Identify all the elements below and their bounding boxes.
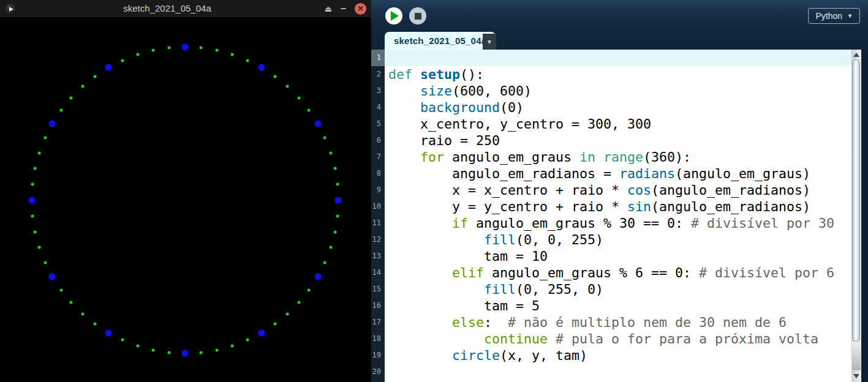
sketch-dot-green <box>38 246 41 249</box>
sketch-output-window: sketch_2021_05_04a ⏏ – ✕ <box>0 0 371 382</box>
code-token: : <box>484 315 508 330</box>
code-token <box>388 315 452 330</box>
code-line[interactable]: tam = 10 <box>385 248 851 264</box>
code-line[interactable]: else: # não é multiplo nem de 30 nem de … <box>385 314 851 331</box>
code-line[interactable]: circle(x, y, tam) <box>385 347 851 364</box>
code-token: circle <box>452 348 500 363</box>
code-line[interactable]: x = x_centro + raio * cos(angulo_em_radi… <box>385 182 851 198</box>
line-number: 6 <box>371 132 385 149</box>
sketch-dot-green <box>200 47 203 50</box>
sketch-dot-green <box>43 137 47 140</box>
sketch-dot-blue <box>49 274 56 280</box>
code-token: x_centro, y_centro = 300, 300 <box>388 116 651 132</box>
code-token: def <box>388 67 420 82</box>
code-token: (360): <box>643 149 691 165</box>
code-token <box>388 232 484 247</box>
line-number: 10 <box>371 198 385 215</box>
code-line[interactable]: continue # pula o for para a próxima vol… <box>385 331 851 347</box>
code-token: setup <box>420 67 460 82</box>
code-line[interactable]: raio = 250 <box>385 132 851 149</box>
scrollbar-thumb[interactable] <box>852 59 860 342</box>
code-line[interactable]: angulo_em_radianos = radians(angulo_em_g… <box>385 165 851 182</box>
sketch-dot-blue <box>314 274 321 280</box>
line-number: 15 <box>371 281 385 298</box>
sketch-dot-blue <box>259 329 265 336</box>
sketch-dot-green <box>297 301 300 304</box>
code-token <box>388 282 484 297</box>
code-token: angulo_em_graus % 30 == 0: <box>468 215 691 231</box>
sketch-dot-green <box>323 261 326 264</box>
line-number: 14 <box>371 264 385 281</box>
code-token: size <box>420 83 452 99</box>
sketch-dot-green <box>286 85 289 88</box>
editor-scrollbar <box>851 50 861 382</box>
sketch-dot-green <box>308 288 311 291</box>
sketch-dot-green <box>246 59 249 62</box>
code-token: tam = 10 <box>388 249 548 264</box>
arrow-down-icon <box>853 374 859 378</box>
tab-sketch[interactable]: sketch_2021_05_04a <box>385 32 496 50</box>
code-token <box>388 83 420 99</box>
scrollbar-track[interactable] <box>852 342 861 370</box>
maximize-icon[interactable]: ⏏ <box>325 5 332 13</box>
code-line[interactable]: fill(0, 255, 0) <box>385 281 851 298</box>
sketch-dot-green <box>329 151 332 154</box>
sketch-dot-green <box>59 109 62 112</box>
code-line[interactable]: def setup(): <box>385 66 851 83</box>
code-token: angulo_em_graus <box>444 149 579 165</box>
minimize-icon[interactable]: – <box>341 4 346 13</box>
close-icon[interactable]: ✕ <box>355 3 366 15</box>
chevron-down-icon: ▼ <box>847 13 853 19</box>
code-token: cos <box>627 182 651 198</box>
code-token: sin <box>627 199 651 214</box>
sketch-dot-green <box>297 96 300 99</box>
tab-bar: sketch_2021_05_04a ▼ <box>371 32 868 50</box>
line-number: 8 <box>371 165 385 182</box>
scroll-down-button[interactable] <box>851 371 861 381</box>
stop-button[interactable] <box>409 7 426 24</box>
code-line[interactable]: fill(0, 0, 255) <box>385 231 851 248</box>
sketch-dot-green <box>136 344 139 347</box>
code-line[interactable]: if angulo_em_graus % 30 == 0: # divisíve… <box>385 215 851 231</box>
sketch-dot-green <box>200 351 203 354</box>
sketch-dot-green <box>43 261 47 264</box>
code-line[interactable]: size(600, 600) <box>385 83 851 99</box>
code-token: angulo_em_radianos = <box>388 166 619 181</box>
sketch-dot-green <box>329 246 332 249</box>
sketch-dot-green <box>121 59 124 62</box>
sketch-dot-green <box>81 312 84 315</box>
sketch-dot-green <box>215 49 218 52</box>
code-token: # divisível por 6 <box>699 265 834 280</box>
code-token: radians <box>619 166 675 181</box>
code-line[interactable]: for angulo_em_graus in range(360): <box>385 149 851 165</box>
code-area[interactable]: def setup(): size(600, 600) background(0… <box>385 50 851 382</box>
code-token: for <box>420 149 444 165</box>
code-token: (0, 255, 0) <box>516 282 603 297</box>
scroll-up-button[interactable] <box>851 50 861 59</box>
code-line[interactable]: tam = 5 <box>385 298 851 314</box>
code-token: raio = 250 <box>388 133 500 148</box>
code-line[interactable]: background(0) <box>385 99 851 116</box>
line-number: 3 <box>371 83 385 99</box>
sketch-dot-green <box>70 96 73 99</box>
sketch-dot-green <box>246 339 249 342</box>
code-line[interactable]: elif angulo_em_graus % 6 == 0: # divisív… <box>385 264 851 281</box>
code-line[interactable]: y = y_centro + raio * sin(angulo_em_radi… <box>385 198 851 215</box>
run-button[interactable] <box>385 7 402 24</box>
code-line[interactable] <box>385 50 851 66</box>
sketch-dot-green <box>231 53 234 56</box>
tab-menu-button[interactable]: ▼ <box>483 34 496 50</box>
code-token: (angulo_em_graus) <box>675 166 810 181</box>
code-line[interactable] <box>385 364 851 380</box>
sketch-dot-green <box>81 85 84 88</box>
code-line[interactable]: x_centro, y_centro = 300, 300 <box>385 116 851 132</box>
line-number: 7 <box>371 149 385 165</box>
code-token: # não é multiplo nem de 30 nem de 6 <box>508 315 787 330</box>
code-token: else <box>452 315 484 330</box>
sketch-dot-green <box>167 351 170 354</box>
line-number: 18 <box>371 331 385 347</box>
mode-selector-button[interactable]: Python ▼ <box>808 8 860 24</box>
code-token: y = y_centro + raio * <box>388 199 627 214</box>
sketch-canvas <box>0 17 371 382</box>
sketch-window-titlebar[interactable]: sketch_2021_05_04a ⏏ – ✕ <box>0 0 371 17</box>
